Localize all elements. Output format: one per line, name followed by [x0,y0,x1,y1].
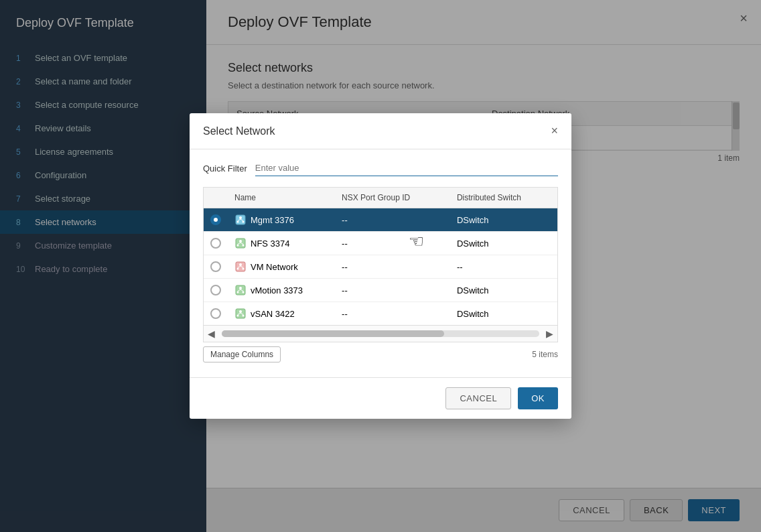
th-ds: Distributed Switch [450,188,557,208]
radio-button-4[interactable] [210,285,221,295]
scroll-right-icon[interactable]: ▶ [542,328,557,339]
nsx-cell-1: -- [335,210,450,230]
name-label-5: vSAN 3422 [251,309,295,319]
table-row[interactable]: vSAN 3422 -- DSwitch [204,302,557,325]
ds-cell-5: DSwitch [450,304,557,324]
scroll-thumb [222,330,444,337]
svg-point-20 [237,291,239,293]
network-icon-5 [234,308,247,320]
name-cell-1: Mgmt 3376 [228,208,335,231]
table-row[interactable]: Mgmt 3376 -- DSwitch [204,208,557,232]
radio-button-2[interactable] [210,238,221,249]
radio-cell-4[interactable] [204,279,228,301]
name-cell-5: vSAN 3422 [228,302,335,325]
dialog-ok-button[interactable]: OK [518,387,558,409]
svg-point-26 [237,315,239,317]
table-row[interactable]: vMotion 3373 -- DSwitch [204,279,557,302]
svg-point-2 [237,221,239,223]
name-label-1: Mgmt 3376 [251,215,294,225]
name-cell-3: VM Network [228,255,335,278]
nsx-cell-5: -- [335,304,450,324]
scroll-left-icon[interactable]: ◀ [204,328,219,339]
radio-cell-2[interactable] [204,232,228,254]
select-network-dialog: Select Network × Quick Filter Name NSX P… [190,113,571,419]
scroll-track[interactable] [222,330,539,337]
dialog-body: Quick Filter Name NSX Port Group ID Dist… [190,149,571,377]
dialog-header: Select Network × [190,113,571,149]
quick-filter-label: Quick Filter [203,163,247,174]
ds-cell-1: DSwitch [450,210,557,230]
quick-filter-row: Quick Filter [203,160,558,176]
nsx-cell-4: -- [335,280,450,301]
manage-columns-row: Manage Columns 5 items [203,342,558,367]
inner-table-header: Name NSX Port Group ID Distributed Switc… [204,188,557,208]
modal-backdrop: Select Network × Quick Filter Name NSX P… [0,0,761,532]
ds-cell-4: DSwitch [450,280,557,301]
svg-point-15 [243,268,245,270]
inner-table: Name NSX Port Group ID Distributed Switc… [203,187,558,326]
radio-button-1[interactable] [210,214,221,225]
radio-button-3[interactable] [210,261,221,272]
th-name: Name [228,188,335,208]
name-cell-4: vMotion 3373 [228,279,335,302]
manage-columns-button[interactable]: Manage Columns [203,346,281,362]
name-cell-2: NFS 3374 [228,232,335,255]
svg-point-8 [237,245,239,247]
items-count: 5 items [532,350,558,359]
radio-cell-3[interactable] [204,256,228,277]
table-row[interactable]: VM Network -- -- [204,255,557,279]
svg-point-25 [239,310,242,313]
svg-point-14 [237,268,239,270]
radio-button-5[interactable] [210,308,221,319]
svg-point-19 [239,287,242,289]
network-icon-4 [234,284,247,296]
name-label-3: VM Network [251,262,298,272]
dialog-cancel-button[interactable]: CANCEL [445,387,511,409]
name-label-2: NFS 3374 [251,239,290,249]
svg-point-27 [243,315,245,317]
nsx-cell-3: -- [335,257,450,277]
dialog-title: Select Network [203,125,275,137]
radio-cell-5[interactable] [204,303,228,324]
ds-cell-3: -- [450,257,557,277]
network-icon-2 [234,237,247,249]
network-icon-1 [234,214,247,226]
name-label-4: vMotion 3373 [251,285,303,295]
th-nsx: NSX Port Group ID [335,188,450,208]
radio-cell-1[interactable] [204,209,228,230]
network-icon-3 [234,261,247,273]
th-radio [204,188,228,208]
nsx-cell-2: -- [335,233,450,254]
svg-point-13 [239,263,242,266]
table-row[interactable]: NFS 3374 -- DSwitch [204,232,557,255]
quick-filter-input[interactable] [255,160,558,176]
svg-point-7 [239,240,242,243]
horizontal-scrollbar[interactable]: ◀ ▶ [203,326,558,342]
svg-point-1 [239,216,242,219]
inner-table-body: Mgmt 3376 -- DSwitch [204,208,557,325]
dialog-close-button[interactable]: × [551,124,558,138]
svg-point-9 [243,245,245,247]
svg-point-3 [243,221,245,223]
dialog-footer: CANCEL OK [190,377,571,419]
svg-point-21 [243,291,245,293]
ds-cell-2: DSwitch [450,233,557,254]
